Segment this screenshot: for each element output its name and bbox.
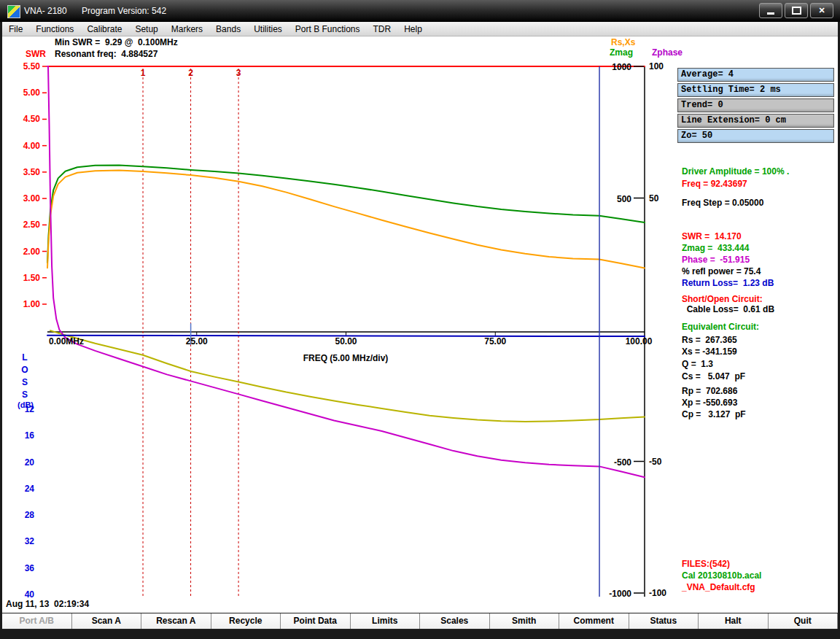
readout-xp-value: Xp = -550.693 bbox=[682, 398, 737, 408]
menu-item-bands[interactable]: Bands bbox=[209, 22, 247, 36]
freq-tick-label: 100.00 bbox=[626, 336, 653, 346]
freq-tick-label: 25.00 bbox=[186, 336, 208, 346]
band-marker-label: 2 bbox=[188, 68, 193, 78]
swr-tick-label: 4.50 bbox=[23, 114, 41, 124]
toolbar-button-comment[interactable]: Comment bbox=[559, 613, 629, 629]
loss-tick-label: 32 bbox=[25, 536, 35, 546]
band-marker-label: 3 bbox=[236, 68, 241, 78]
toolbar-button-scan-a[interactable]: Scan A bbox=[72, 613, 142, 629]
chart-canvas[interactable]: 1235.505.004.504.003.503.002.502.001.501… bbox=[0, 36, 678, 639]
menu-item-port-b-functions[interactable]: Port B Functions bbox=[289, 22, 367, 36]
maximize-button[interactable] bbox=[785, 3, 808, 18]
vna-app-window: { "window": { "title": "VNA- 2180", "ver… bbox=[0, 0, 840, 639]
loss-axis-letter: S bbox=[22, 390, 28, 400]
toolbar-button-status[interactable]: Status bbox=[629, 613, 699, 629]
loss-axis-letter: O bbox=[21, 365, 28, 375]
loss-tick-label: 28 bbox=[25, 510, 35, 520]
z-tick-label: -1000 bbox=[609, 589, 631, 599]
loss-axis-letter: S bbox=[22, 377, 28, 387]
datetime-status: Aug 11, 13 02:19:34 bbox=[6, 599, 89, 609]
setting-average[interactable]: Average= 4 bbox=[677, 68, 834, 82]
readout-freq-step: Freq Step = 0.05000 bbox=[682, 198, 763, 208]
trace-zphase bbox=[47, 66, 645, 477]
readout-driver-amplitude: Driver Amplitude = 100% . bbox=[682, 166, 789, 177]
resonant-freq-readout: Resonant freq: 4.884527 bbox=[55, 49, 158, 59]
freq-tick-label: 0.00MHz bbox=[49, 336, 84, 346]
minimize-button[interactable] bbox=[759, 3, 782, 18]
menu-item-setup[interactable]: Setup bbox=[128, 22, 164, 36]
menu-bar: FileFunctionsCalibrateSetupMarkersBandsU… bbox=[2, 22, 838, 36]
setting-zo[interactable]: Zo= 50 bbox=[677, 129, 834, 143]
freq-tick-label: 50.00 bbox=[335, 336, 357, 346]
swr-tick-label: 5.50 bbox=[23, 61, 41, 71]
window-version: Program Version: 542 bbox=[82, 6, 166, 16]
menu-item-file[interactable]: File bbox=[2, 22, 29, 36]
readout-short-open-title: Short/Open Circuit: bbox=[682, 294, 763, 304]
readout-zmag-value: Zmag = 433.444 bbox=[682, 243, 749, 253]
readout-rs-value: Rs = 267.365 bbox=[682, 335, 737, 345]
swr-tick-label: 3.50 bbox=[23, 167, 41, 177]
loss-tick-label: 24 bbox=[25, 484, 35, 494]
setting-settling-time[interactable]: Settling Time= 2 ms bbox=[677, 83, 834, 97]
freq-tick-label: 75.00 bbox=[484, 336, 506, 346]
app-icon bbox=[7, 5, 20, 18]
trace-rs bbox=[47, 171, 645, 268]
readout-swr-value: SWR = 14.170 bbox=[682, 231, 742, 241]
readout-cp-value: Cp = 3.127 pF bbox=[682, 409, 746, 419]
maximize-icon bbox=[792, 7, 801, 15]
toolbar-button-rescan-a[interactable]: Rescan A bbox=[141, 613, 211, 629]
readout-cfg-file: _VNA_Default.cfg bbox=[682, 582, 755, 592]
min-swr-readout: Min SWR = 9.29 @ 0.100MHz bbox=[55, 37, 178, 47]
toolbar-button-point-data[interactable]: Point Data bbox=[281, 613, 351, 629]
toolbar-button-halt[interactable]: Halt bbox=[699, 613, 769, 629]
swr-trace-label: SWR bbox=[26, 49, 46, 59]
toolbar-button-quit[interactable]: Quit bbox=[769, 613, 839, 629]
readout-refl-power: % refl power = 75.4 bbox=[682, 266, 761, 276]
toolbar-button-recycle[interactable]: Recycle bbox=[211, 613, 281, 629]
loss-tick-label: 40 bbox=[25, 589, 35, 600]
readout-phase-value: Phase = -51.915 bbox=[682, 255, 750, 265]
phase-tick-label: -100 bbox=[649, 588, 666, 598]
band-marker-label: 1 bbox=[141, 68, 146, 78]
setting-trend[interactable]: Trend= 0 bbox=[677, 98, 834, 112]
title-bar[interactable]: VNA- 2180 Program Version: 542 ✕ bbox=[0, 0, 840, 22]
loss-tick-label: 36 bbox=[25, 563, 35, 573]
readout-cal-file: Cal 20130810b.acal bbox=[682, 570, 761, 581]
readout-q-value: Q = 1.3 bbox=[682, 359, 713, 369]
toolbar-button-scales[interactable]: Scales bbox=[420, 613, 490, 629]
readout-cable-loss: Cable Loss= 0.61 dB bbox=[682, 304, 774, 314]
window-controls: ✕ bbox=[759, 3, 833, 18]
loss-tick-label: 16 bbox=[25, 430, 35, 441]
readout-cs-value: Cs = 5.047 pF bbox=[682, 371, 745, 382]
close-button[interactable]: ✕ bbox=[810, 3, 833, 18]
swr-tick-label: 1.50 bbox=[23, 273, 41, 283]
rsxs-trace-label: Rs,Xs bbox=[611, 37, 635, 47]
swr-tick-label: 2.00 bbox=[23, 247, 41, 257]
trace-zmag bbox=[47, 165, 645, 263]
loss-tick-label: 20 bbox=[25, 457, 35, 468]
loss-axis-unit: (dB) bbox=[18, 400, 34, 409]
setting-line-extension[interactable]: Line Extension= 0 cm bbox=[677, 114, 834, 128]
window-title: VNA- 2180 bbox=[24, 6, 67, 16]
menu-item-help[interactable]: Help bbox=[397, 22, 429, 36]
swr-tick-label: 1.00 bbox=[23, 299, 41, 309]
menu-item-utilities[interactable]: Utilities bbox=[247, 22, 289, 36]
z-tick-label: 500 bbox=[617, 194, 631, 204]
swr-tick-label: 3.00 bbox=[23, 193, 41, 204]
readout-freq: Freq = 92.43697 bbox=[682, 179, 747, 189]
readout-return-loss: Return Loss= 1.23 dB bbox=[682, 278, 774, 288]
swr-tick-label: 5.00 bbox=[23, 88, 41, 98]
menu-item-tdr[interactable]: TDR bbox=[367, 22, 398, 36]
menu-item-markers[interactable]: Markers bbox=[165, 22, 209, 36]
toolbar-button-smith[interactable]: Smith bbox=[490, 613, 560, 629]
readout-xs-value: Xs = -341.159 bbox=[682, 346, 737, 357]
menu-item-calibrate[interactable]: Calibrate bbox=[80, 22, 128, 36]
toolbar-button-limits[interactable]: Limits bbox=[351, 613, 421, 629]
phase-tick-label: -50 bbox=[649, 457, 662, 467]
readout-equivalent-circuit-title: Equivalent Circuit: bbox=[682, 322, 759, 332]
menu-item-functions[interactable]: Functions bbox=[29, 22, 80, 36]
phase-tick-label: 50 bbox=[649, 193, 659, 204]
minimize-icon bbox=[767, 12, 774, 15]
readout-rp-value: Rp = 702.686 bbox=[682, 386, 737, 396]
loss-axis-letter: L bbox=[22, 352, 27, 363]
